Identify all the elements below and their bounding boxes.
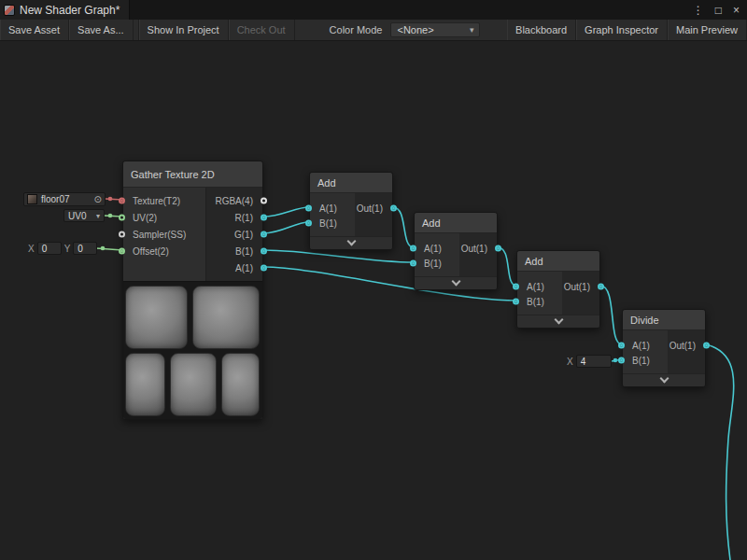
port-label: B(1) xyxy=(424,259,442,269)
stone-tile xyxy=(125,286,188,349)
shader-graph-icon xyxy=(4,5,15,16)
collapse-chevron-icon xyxy=(346,237,356,246)
b-input-port[interactable] xyxy=(305,220,312,227)
b-input-port[interactable] xyxy=(618,357,625,364)
port-label: Texture(T2) xyxy=(133,196,180,206)
b-input-port[interactable] xyxy=(410,260,416,267)
port-row-offset: Offset(2) xyxy=(123,243,205,259)
x4-connector-dot xyxy=(613,358,618,363)
node-title[interactable]: Divide xyxy=(623,310,705,330)
out-port[interactable] xyxy=(390,205,397,212)
texture-input-port[interactable] xyxy=(119,198,125,204)
texture-object-field[interactable]: floor07 ⊙ xyxy=(23,192,106,206)
node-title[interactable]: Add xyxy=(517,251,599,272)
save-as-button[interactable]: Save As... xyxy=(69,20,134,40)
wire-b-to-add2-b[interactable] xyxy=(263,250,414,262)
color-mode-value: <None> xyxy=(397,24,433,35)
port-label: A(1) xyxy=(319,203,337,214)
a-input-port[interactable] xyxy=(305,205,312,212)
node-title[interactable]: Add xyxy=(415,213,497,233)
window-menu-icon[interactable]: ⋮ xyxy=(693,4,704,17)
node-title[interactable]: Gather Texture 2D xyxy=(123,161,262,188)
g-output-port[interactable] xyxy=(261,231,267,238)
wire-add3-out-to-divide-a[interactable] xyxy=(600,286,622,344)
save-asset-button[interactable]: Save Asset xyxy=(0,20,69,40)
port-row-rgba: RGBA(4) xyxy=(206,192,262,209)
blackboard-button[interactable]: Blackboard xyxy=(507,20,576,40)
node-divide[interactable]: Divide A(1) B(1) Out(1) xyxy=(622,309,706,387)
node-add-1[interactable]: Add A(1) B(1) Out(1) xyxy=(309,172,393,250)
sampler-input-port[interactable] xyxy=(119,231,125,238)
wire-r-to-add1-a[interactable] xyxy=(263,207,309,217)
port-row-out: Out(1) xyxy=(357,201,392,216)
port-row-out: Out(1) xyxy=(669,338,705,353)
divide-b-field[interactable]: 4 xyxy=(576,355,612,368)
collapse-chevron-icon xyxy=(659,374,669,384)
out-port[interactable] xyxy=(598,284,604,290)
port-label: Offset(2) xyxy=(133,246,169,257)
offset-input-port[interactable] xyxy=(119,248,125,255)
port-row-b: B(1) xyxy=(623,353,705,368)
a-input-port[interactable] xyxy=(618,343,625,349)
stone-tile xyxy=(221,353,260,416)
node-title[interactable]: Add xyxy=(310,173,392,193)
check-out-button: Check Out xyxy=(229,20,295,40)
maximize-icon[interactable]: □ xyxy=(715,4,722,17)
a-input-port[interactable] xyxy=(410,245,416,252)
offset-connector-dot xyxy=(101,246,106,251)
wire-add2-out-to-add3-a[interactable] xyxy=(498,247,516,286)
collapse-chevron-icon xyxy=(451,277,460,287)
offset-vector2-widget: X 0 Y 0 xyxy=(28,242,97,255)
output-ports: RGBA(4) R(1) G(1) B(1) A(1) xyxy=(205,188,262,281)
node-add-2[interactable]: Add A(1) B(1) Out(1) xyxy=(414,212,498,290)
port-row-uv: UV(2) xyxy=(123,209,205,226)
port-row-b: B(1) xyxy=(310,216,392,231)
show-in-project-button[interactable]: Show In Project xyxy=(139,20,229,40)
color-mode-dropdown[interactable]: <None> ▾ xyxy=(390,22,480,37)
a-output-port[interactable] xyxy=(261,265,267,272)
window-tab[interactable]: New Shader Graph* xyxy=(0,0,130,20)
port-row-b: B(1) xyxy=(415,256,497,271)
out-port[interactable] xyxy=(703,343,710,349)
offset-x-label: X xyxy=(28,244,35,254)
port-label: B(1) xyxy=(235,246,253,257)
node-collapse-bar[interactable] xyxy=(517,315,599,328)
main-preview-button[interactable]: Main Preview xyxy=(668,20,747,40)
uv-channel-dropdown[interactable]: UV0 ▾ xyxy=(63,209,105,222)
wire-add1-out-to-add2-a[interactable] xyxy=(393,207,414,247)
wire-g-to-add1-b[interactable] xyxy=(263,222,309,233)
offset-x-field[interactable]: 0 xyxy=(37,242,62,255)
r-output-port[interactable] xyxy=(261,215,267,221)
b-output-port[interactable] xyxy=(261,248,267,255)
input-ports: Texture(T2) UV(2) Sampler(SS) Offset(2) xyxy=(123,188,205,281)
texture-name: floor07 xyxy=(41,194,70,204)
graph-inspector-button[interactable]: Graph Inspector xyxy=(576,20,668,40)
toolbar-spacer xyxy=(480,20,507,40)
node-gather-texture-2d[interactable]: Gather Texture 2D Texture(T2) UV(2) Samp… xyxy=(122,161,263,420)
wire-divide-out-offscreen[interactable] xyxy=(706,344,734,560)
close-icon[interactable]: × xyxy=(733,4,740,17)
port-label: A(1) xyxy=(235,263,253,273)
b-input-port[interactable] xyxy=(513,299,519,305)
rgba-output-port[interactable] xyxy=(261,198,267,204)
node-collapse-bar[interactable] xyxy=(623,373,705,386)
node-add-3[interactable]: Add A(1) B(1) Out(1) xyxy=(516,250,600,329)
port-row-a: A(1) xyxy=(206,259,262,276)
node-collapse-bar[interactable] xyxy=(415,276,497,289)
title-bar: New Shader Graph* ⋮ □ × xyxy=(0,0,747,20)
edge-layer xyxy=(0,0,747,560)
object-picker-icon[interactable]: ⊙ xyxy=(94,195,102,204)
node-collapse-bar[interactable] xyxy=(310,236,392,249)
port-label: Out(1) xyxy=(357,203,383,214)
port-row-b: B(1) xyxy=(206,243,262,259)
node-body: A(1) B(1) Out(1) xyxy=(310,193,392,236)
port-label: B(1) xyxy=(527,297,544,307)
a-input-port[interactable] xyxy=(513,284,519,290)
offset-y-field[interactable]: 0 xyxy=(73,242,97,255)
color-mode-label: Color Mode xyxy=(321,20,391,40)
node-body: A(1) B(1) Out(1) xyxy=(623,330,705,373)
port-label: B(1) xyxy=(319,218,337,229)
uv-input-port[interactable] xyxy=(119,215,125,221)
divide-b-value-widget: X 4 xyxy=(567,355,612,368)
out-port[interactable] xyxy=(495,245,501,252)
